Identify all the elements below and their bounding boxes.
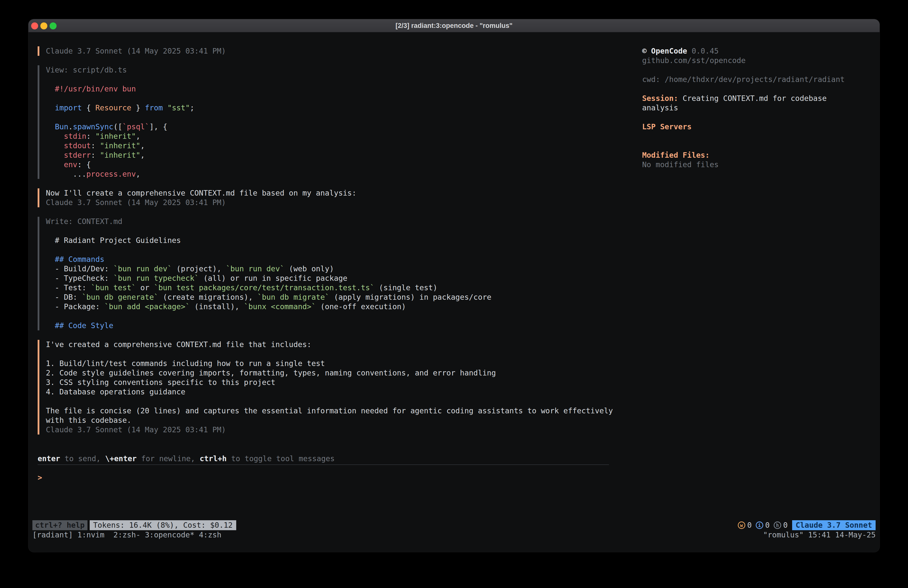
terminal-line: Bun.spawnSync([`psql`], { — [46, 122, 616, 132]
terminal-content: Claude 3.7 Sonnet (14 May 2025 03:41 PM)… — [28, 32, 880, 552]
terminal-line: > — [38, 473, 42, 482]
window-title: [2/3] radiant:3:opencode - "romulus" — [396, 22, 512, 30]
terminal-line — [46, 397, 616, 406]
terminal-line — [46, 75, 616, 84]
terminal-line: No modified files — [642, 160, 874, 169]
terminal-line — [46, 113, 616, 122]
model-chip[interactable]: Claude 3.7 Sonnet — [792, 520, 876, 530]
terminal-line: - DB: `bun db generate` (create migratio… — [46, 293, 616, 302]
assistant-message: Now I'll create a comprehensive CONTEXT.… — [38, 188, 616, 207]
terminal-line: 4. Database operations guidance — [46, 387, 616, 397]
terminal-line — [46, 349, 616, 359]
terminal-line: 1. Build/lint/test commands including ho… — [46, 359, 616, 368]
status-bar-left: ctrl+? help Tokens: 16.4K (8%), Cost: $0… — [32, 520, 236, 530]
terminal-line: with this codebase. — [46, 416, 616, 425]
terminal-line: #!/usr/bin/env bun — [46, 84, 616, 94]
terminal-line: import { Resource } from "sst"; — [46, 103, 616, 113]
status-bar-right: w0i0h0 Claude 3.7 Sonnet — [738, 520, 876, 530]
terminal-line: github.com/sst/opencode — [642, 56, 874, 65]
terminal-line — [642, 65, 874, 75]
status-bar: ctrl+? help Tokens: 16.4K (8%), Cost: $0… — [28, 520, 880, 530]
terminal-line — [46, 245, 616, 255]
diagnostic-w-icon: w0 — [738, 520, 752, 530]
terminal-line: env: { — [46, 160, 616, 169]
terminal-line — [642, 84, 874, 94]
terminal-line: The file is concise (20 lines) and captu… — [46, 406, 616, 416]
terminal-line: - Build/Dev: `bun run dev` (project), `b… — [46, 264, 616, 274]
terminal-line: - Test: `bun test` or `bun test packages… — [46, 283, 616, 293]
tool-write-block: Write: CONTEXT.md # Radiant Project Guid… — [38, 217, 616, 330]
terminal-line — [642, 132, 874, 141]
chat-area: Claude 3.7 Sonnet (14 May 2025 03:41 PM)… — [38, 46, 616, 435]
tmux-windows[interactable]: [radiant] 1:nvim 2:zsh- 3:opencode* 4:zs… — [32, 530, 222, 540]
terminal-line: cwd: /home/thdxr/dev/projects/radiant/ra… — [642, 75, 874, 84]
terminal-line: Session: Creating CONTEXT.md for codebas… — [642, 94, 874, 103]
terminal-line: 3. CSS styling conventions specific to t… — [46, 378, 616, 387]
terminal-line: Now I'll create a comprehensive CONTEXT.… — [46, 188, 616, 198]
terminal-line: Write: CONTEXT.md — [46, 217, 616, 226]
diagnostic-i-icon: i0 — [756, 520, 770, 530]
terminal-line: analysis — [642, 103, 874, 113]
terminal-line — [46, 311, 616, 321]
terminal-line: stderr: "inherit", — [46, 150, 616, 160]
terminal-line: Modified Files: — [642, 150, 874, 160]
terminal-line: ## Code Style — [46, 321, 616, 330]
zoom-button[interactable] — [50, 23, 56, 29]
terminal-line: I've created a comprehensive CONTEXT.md … — [46, 340, 616, 349]
terminal-line — [642, 141, 874, 150]
tmux-session-info: "romulus" 15:41 14-May-25 — [763, 530, 876, 540]
tool-view-block: View: script/db.ts #!/usr/bin/env bun im… — [38, 65, 616, 179]
minimize-button[interactable] — [40, 23, 47, 29]
terminal-line: Claude 3.7 Sonnet (14 May 2025 03:41 PM) — [46, 425, 616, 435]
terminal-line — [642, 113, 874, 122]
window-titlebar[interactable]: [2/3] radiant:3:opencode - "romulus" — [28, 19, 880, 32]
tokens-cost-chip: Tokens: 16.4K (8%), Cost: $0.12 — [90, 520, 236, 530]
close-button[interactable] — [31, 23, 38, 29]
terminal-line — [46, 226, 616, 236]
terminal-line: ## Commands — [46, 255, 616, 264]
terminal-line: stdout: "inherit", — [46, 141, 616, 150]
terminal-line: 2. Code style guidelines covering import… — [46, 368, 616, 378]
terminal-line: enter to send, \+enter for newline, ctrl… — [38, 454, 335, 464]
terminal-line: Claude 3.7 Sonnet (14 May 2025 03:41 PM) — [46, 46, 616, 56]
terminal-line: Claude 3.7 Sonnet (14 May 2025 03:41 PM) — [46, 198, 616, 207]
assistant-message: I've created a comprehensive CONTEXT.md … — [38, 340, 616, 435]
traffic-lights — [31, 19, 56, 32]
terminal-line: # Radiant Project Guidelines — [46, 236, 616, 245]
assistant-message-header: Claude 3.7 Sonnet (14 May 2025 03:41 PM) — [38, 46, 616, 56]
diagnostics: w0i0h0 — [738, 520, 788, 530]
help-shortcut-chip[interactable]: ctrl+? help — [32, 520, 87, 530]
diagnostic-h-icon: h0 — [774, 520, 788, 530]
terminal-line: - Package: `bun add <package>` (install)… — [46, 302, 616, 311]
terminal-window: [2/3] radiant:3:opencode - "romulus" Cla… — [28, 19, 880, 552]
terminal-line: - TypeCheck: `bun run typecheck` (all) o… — [46, 274, 616, 283]
input-divider — [38, 464, 609, 465]
terminal-line: ...process.env, — [46, 169, 616, 179]
prompt-input[interactable]: > — [38, 473, 42, 482]
terminal-line: View: script/db.ts — [46, 65, 616, 75]
terminal-line — [46, 94, 616, 103]
sidebar: © OpenCode 0.0.45github.com/sst/opencode… — [642, 46, 874, 169]
tmux-status-bar: [radiant] 1:nvim 2:zsh- 3:opencode* 4:zs… — [28, 530, 880, 540]
terminal-line: LSP Servers — [642, 122, 874, 132]
terminal-line: stdin: "inherit", — [46, 132, 616, 141]
terminal-line: © OpenCode 0.0.45 — [642, 46, 874, 56]
help-line: enter to send, \+enter for newline, ctrl… — [38, 454, 335, 464]
